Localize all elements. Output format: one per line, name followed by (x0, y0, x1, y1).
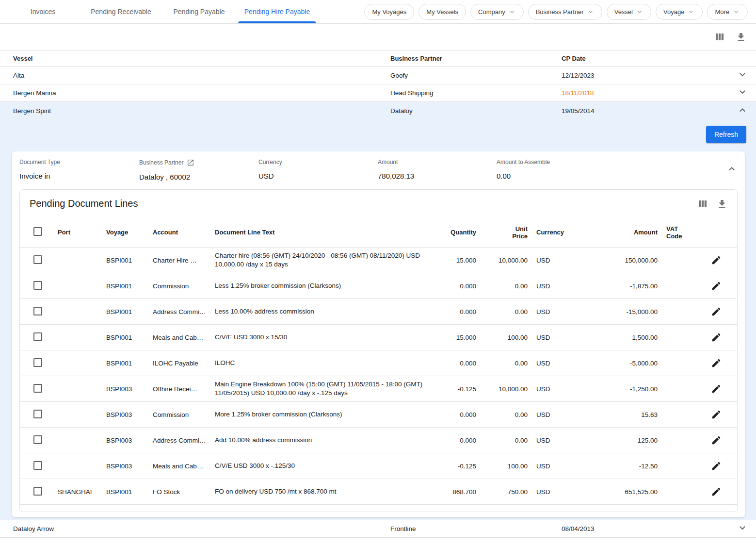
refresh-button[interactable]: Refresh (706, 126, 746, 143)
tab-label: Pending Hire Payable (244, 8, 310, 16)
row-checkbox[interactable] (33, 255, 42, 264)
unit-price-cell: 0.00 (480, 305, 531, 318)
edit-pencil-icon[interactable] (708, 278, 724, 294)
document-line-row[interactable]: BSPI001 Charter Hire … Charter hire (08:… (20, 248, 737, 273)
row-checkbox[interactable] (33, 384, 42, 393)
chevron-down-icon (636, 8, 643, 16)
vessel-row-bergen-marina[interactable]: Bergen Marina Head Shipping 18/11/2018 (0, 84, 756, 102)
tab-invoices[interactable]: Invoices (4, 0, 82, 23)
field-amount-to-assemble: Amount to Assemble 0.00 (497, 159, 718, 181)
amount-cell: -1,875.00 (580, 280, 661, 293)
document-line-row[interactable]: BSPI003 Meals and Cab… C/V/E USD 3000 x … (20, 453, 737, 479)
amount-cell: 651,525.00 (580, 485, 661, 498)
field-value: Dataloy , 60002 (139, 173, 258, 181)
row-checkbox[interactable] (33, 307, 42, 315)
field-label: Business Partner (139, 159, 183, 166)
collapse-chevron-up-icon[interactable] (726, 163, 738, 177)
vat-code-cell (661, 334, 702, 340)
filter-chip-voyage[interactable]: Voyage (656, 4, 703, 20)
expand-chevron-down-icon[interactable] (737, 522, 748, 535)
filter-chip-business-partner[interactable]: Business Partner (528, 4, 602, 20)
vat-code-cell (661, 437, 702, 443)
document-line-row[interactable]: BSPI001 Meals and Cab… C/V/E USD 3000 x … (20, 325, 737, 350)
field-document-type: Document Type Invoice in (19, 159, 139, 181)
quantity-cell: -0.125 (434, 460, 480, 473)
row-checkbox[interactable] (33, 410, 42, 418)
chip-label: My Vessels (426, 8, 458, 16)
columns-icon[interactable] (711, 29, 728, 45)
columns-icon[interactable] (694, 196, 711, 212)
unit-price-cell: 100.00 (480, 460, 531, 473)
business-partner-name: Goofy (377, 72, 548, 79)
field-value: Invoice in (19, 172, 139, 180)
field-value: USD (258, 172, 378, 180)
download-icon[interactable] (714, 196, 730, 212)
filter-chip-my-voyages[interactable]: My Voyages (364, 4, 414, 20)
vat-code-cell (661, 412, 702, 417)
vessel-row-dataloy-arrow[interactable]: Dataloy Arrow Frontline 08/04/2013 (0, 520, 756, 538)
row-checkbox[interactable] (33, 461, 42, 470)
edit-pencil-icon[interactable] (708, 330, 724, 345)
account-cell: Commission (148, 280, 210, 293)
currency-cell: USD (531, 485, 580, 498)
expand-chevron-down-icon[interactable] (737, 69, 748, 82)
document-line-row[interactable]: BSPI003 Address Commi… Add 10.00% addres… (20, 428, 737, 453)
edit-pencil-icon[interactable] (708, 432, 724, 448)
tab-pending-payable[interactable]: Pending Payable (160, 0, 238, 23)
cp-date: 12/12/2023 (548, 72, 729, 79)
unit-price-cell: 0.00 (480, 280, 531, 293)
edit-pencil-icon[interactable] (708, 252, 724, 268)
row-checkbox[interactable] (33, 332, 42, 341)
column-header-business-partner: Business Partner (377, 55, 548, 62)
edit-pencil-icon[interactable] (708, 458, 724, 474)
document-line-row[interactable]: BSPI001 Address Commi… Less 10.00% addre… (20, 299, 737, 325)
edit-pencil-icon[interactable] (708, 355, 724, 371)
unit-price-cell: 750.00 (480, 485, 531, 498)
vessel-table: Vessel Business Partner CP Date Alta Goo… (0, 50, 756, 538)
document-line-row[interactable]: BSPI001 ILOHC Payable ILOHC 0.000 0.00 U… (20, 350, 737, 376)
row-checkbox[interactable] (33, 487, 42, 496)
amount-cell: 150,000.00 (580, 254, 661, 267)
filter-chip-more[interactable]: More (707, 4, 748, 20)
chevron-down-icon (687, 8, 695, 16)
vat-code-cell (661, 463, 702, 469)
download-icon[interactable] (733, 29, 749, 45)
collapse-chevron-up-icon[interactable] (737, 104, 748, 117)
edit-pencil-icon[interactable] (708, 381, 724, 397)
row-checkbox[interactable] (33, 358, 42, 367)
column-header-vessel: Vessel (0, 55, 377, 62)
filter-chip-company[interactable]: Company (470, 4, 524, 20)
select-all-checkbox[interactable] (33, 227, 42, 236)
edit-pencil-icon[interactable] (708, 407, 724, 422)
field-label: Document Type (19, 159, 139, 166)
document-line-text-cell: Charter hire (08:56 (GMT) 24/10/2020 - 0… (210, 249, 434, 272)
currency-cell: USD (531, 382, 580, 396)
edit-pencil-icon[interactable] (708, 484, 724, 499)
active-tab-indicator (238, 21, 316, 23)
tab-pending-hire-payable[interactable]: Pending Hire Payable (238, 0, 316, 23)
field-label: Amount to Assemble (497, 159, 718, 166)
column-header-amount: Amount (580, 226, 661, 239)
document-line-row[interactable]: BSPI003 Commission More 1.25% broker com… (20, 402, 737, 428)
document-line-row[interactable]: SHANGHAI BSPI001 FO Stock FO on delivery… (20, 479, 737, 505)
expand-chevron-down-icon[interactable] (737, 86, 748, 99)
row-checkbox[interactable] (33, 281, 42, 290)
filter-chip-my-vessels[interactable]: My Vessels (418, 4, 466, 20)
row-checkbox[interactable] (33, 435, 42, 444)
quantity-cell: 0.000 (434, 357, 480, 370)
edit-pencil-icon[interactable] (708, 304, 724, 319)
chip-label: Voyage (663, 8, 684, 16)
port-cell: SHANGHAI (53, 485, 101, 498)
document-line-row[interactable]: BSPI001 Commission Less 1.25% broker com… (20, 273, 737, 299)
chip-label: My Voyages (372, 8, 406, 16)
port-cell (53, 257, 101, 263)
vessel-row-alta[interactable]: Alta Goofy 12/12/2023 (0, 67, 756, 84)
filter-chip-vessel[interactable]: Vessel (607, 4, 651, 20)
open-in-new-icon[interactable] (187, 159, 194, 166)
document-line-row[interactable]: BSPI003 Offhire Recei… Main Engine Break… (20, 376, 737, 402)
voyage-cell: BSPI003 (101, 382, 148, 396)
chip-label: Company (478, 8, 505, 16)
tab-pending-receivable[interactable]: Pending Receivable (82, 0, 160, 23)
unit-price-cell: 10,000.00 (480, 382, 531, 396)
vessel-row-bergen-spirit[interactable]: Bergen Spirit Dataloy 19/05/2014 (0, 102, 756, 119)
